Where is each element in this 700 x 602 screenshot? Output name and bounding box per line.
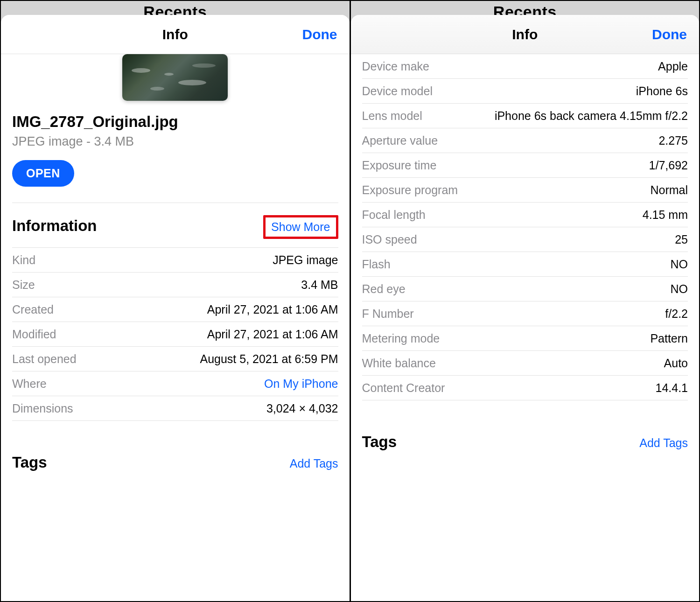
- kv-value: April 27, 2021 at 1:06 AM: [207, 303, 338, 316]
- add-tags-button[interactable]: Add Tags: [639, 436, 688, 450]
- information-header: Information Show More: [12, 215, 338, 239]
- kv-row: Red eyeNO: [362, 277, 688, 301]
- kv-value: iPhone 6s back camera 4.15mm f/2.2: [495, 109, 688, 123]
- kv-row: ModifiedApril 27, 2021 at 1:06 AM: [12, 322, 338, 347]
- scroll-content: Device makeAppleDevice modeliPhone 6sLen…: [351, 54, 700, 601]
- kv-row: F Numberf/2.2: [362, 301, 688, 326]
- kv-label: Red eye: [362, 282, 406, 296]
- kv-label: Exposure program: [362, 183, 458, 197]
- kv-value: April 27, 2021 at 1:06 AM: [207, 328, 338, 341]
- kv-label: White balance: [362, 357, 436, 370]
- kv-row: Exposure programNormal: [362, 178, 688, 203]
- information-list: KindJPEG imageSize3.4 MBCreatedApril 27,…: [12, 247, 338, 421]
- kv-value: Pattern: [650, 332, 688, 345]
- kv-row: White balanceAuto: [362, 351, 688, 376]
- kv-label: Kind: [12, 253, 35, 267]
- kv-value: iPhone 6s: [636, 84, 688, 98]
- kv-label: Last opened: [12, 352, 77, 366]
- kv-value: NO: [671, 258, 688, 271]
- kv-label: Metering mode: [362, 332, 440, 345]
- scroll-content: IMG_2787_Original.jpg JPEG image - 3.4 M…: [1, 54, 350, 601]
- done-button[interactable]: Done: [302, 27, 337, 42]
- kv-row: Size3.4 MB: [12, 273, 338, 297]
- kv-row: ISO speed25: [362, 227, 688, 252]
- kv-row: Lens modeliPhone 6s back camera 4.15mm f…: [362, 104, 688, 128]
- done-button[interactable]: Done: [652, 27, 687, 42]
- kv-value: f/2.2: [665, 307, 688, 321]
- kv-row: KindJPEG image: [12, 247, 338, 273]
- kv-value[interactable]: On My iPhone: [264, 377, 338, 391]
- kv-row: Device makeApple: [362, 54, 688, 79]
- kv-row: Dimensions3,024 × 4,032: [12, 396, 338, 421]
- kv-value: 25: [675, 233, 688, 246]
- kv-label: F Number: [362, 307, 414, 321]
- kv-label: ISO speed: [362, 233, 417, 246]
- kv-row: Content Creator14.4.1: [362, 376, 688, 400]
- kv-label: Device make: [362, 60, 430, 73]
- add-tags-button[interactable]: Add Tags: [290, 457, 338, 470]
- kv-row: CreatedApril 27, 2021 at 1:06 AM: [12, 297, 338, 322]
- nav-title: Info: [162, 27, 188, 42]
- kv-label: Aperture value: [362, 134, 438, 147]
- kv-label: Where: [12, 377, 47, 391]
- kv-label: Created: [12, 303, 54, 316]
- kv-value: NO: [671, 282, 688, 296]
- kv-value: Auto: [664, 357, 688, 370]
- kv-row: FlashNO: [362, 252, 688, 277]
- kv-label: Modified: [12, 328, 56, 341]
- tags-title: Tags: [362, 433, 397, 451]
- kv-value: Normal: [650, 183, 688, 197]
- tags-header: Tags Add Tags: [362, 433, 688, 451]
- kv-value: 2.275: [658, 134, 688, 147]
- kv-row: Exposure time1/7,692: [362, 153, 688, 178]
- file-subtitle: JPEG image - 3.4 MB: [12, 134, 338, 149]
- show-more-highlight: Show More: [263, 215, 338, 239]
- section-divider: [12, 203, 338, 203]
- kv-value: 3.4 MB: [301, 278, 338, 292]
- kv-value: 3,024 × 4,032: [266, 402, 338, 415]
- pane-right: Recents Info Done Device makeAppleDevice…: [351, 1, 700, 601]
- kv-row: Metering modePattern: [362, 326, 688, 351]
- kv-label: Exposure time: [362, 159, 437, 172]
- info-sheet: Info Done Device makeAppleDevice modeliP…: [351, 15, 700, 601]
- navbar: Info Done: [1, 15, 350, 54]
- navbar: Info Done: [351, 15, 700, 54]
- pane-left: Recents Info Done IMG_2787_Original.jpg …: [1, 1, 351, 601]
- kv-label: Content Creator: [362, 381, 445, 395]
- kv-label: Lens model: [362, 109, 422, 123]
- tags-header: Tags Add Tags: [12, 454, 338, 471]
- tags-title: Tags: [12, 454, 47, 471]
- kv-row: WhereOn My iPhone: [12, 371, 338, 396]
- show-more-button[interactable]: Show More: [271, 220, 330, 234]
- kv-row: Focal length4.15 mm: [362, 203, 688, 227]
- file-thumbnail[interactable]: [122, 54, 228, 101]
- kv-value: 1/7,692: [649, 159, 688, 172]
- nav-title: Info: [512, 27, 538, 42]
- kv-value: 4.15 mm: [643, 208, 688, 222]
- kv-label: Dimensions: [12, 402, 73, 415]
- kv-label: Device model: [362, 84, 433, 98]
- open-button[interactable]: OPEN: [12, 160, 74, 187]
- exif-list: Device makeAppleDevice modeliPhone 6sLen…: [362, 54, 688, 400]
- kv-value: August 5, 2021 at 6:59 PM: [200, 352, 338, 366]
- kv-label: Focal length: [362, 208, 426, 222]
- kv-value: 14.4.1: [655, 381, 688, 395]
- kv-label: Size: [12, 278, 35, 292]
- kv-value: JPEG image: [273, 253, 338, 267]
- kv-row: Last openedAugust 5, 2021 at 6:59 PM: [12, 347, 338, 371]
- kv-value: Apple: [658, 60, 688, 73]
- kv-row: Aperture value2.275: [362, 128, 688, 153]
- file-name: IMG_2787_Original.jpg: [12, 113, 338, 131]
- kv-label: Flash: [362, 258, 391, 271]
- information-title: Information: [12, 217, 97, 235]
- info-sheet: Info Done IMG_2787_Original.jpg JPEG ima…: [1, 15, 350, 601]
- kv-row: Device modeliPhone 6s: [362, 79, 688, 104]
